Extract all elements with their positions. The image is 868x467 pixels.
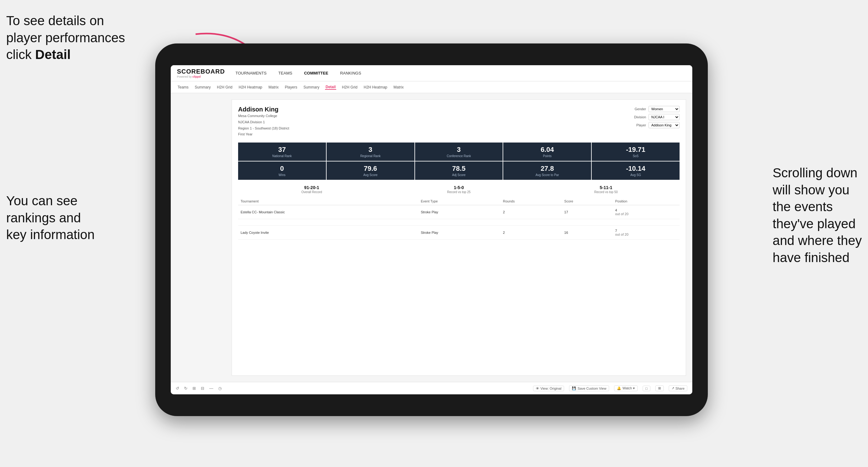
- stat-regional-rank: 3 Regional Rank: [327, 143, 414, 161]
- nav-bar: SCOREBOARD Powered by clippd TOURNAMENTS…: [171, 65, 692, 81]
- records-row: 91-20-1 Overall Record 1-5-0 Record vs t…: [238, 185, 680, 194]
- tab-teams[interactable]: Teams: [177, 85, 189, 89]
- player-header: Addison King Mesa Community College NJCA…: [238, 106, 680, 137]
- tablet-screen: SCOREBOARD Powered by clippd TOURNAMENTS…: [171, 65, 692, 394]
- left-sidebar: [177, 99, 227, 376]
- player-division: NJCAA Division 1: [238, 119, 289, 125]
- event-type: Stroke Play: [418, 205, 500, 219]
- nav-committee[interactable]: COMMITTEE: [303, 71, 330, 75]
- player-region: Region 1 - Southwest (18) District: [238, 125, 289, 132]
- record-top50: 5-11-1 Record vs top 50: [532, 185, 680, 194]
- record-overall: 91-20-1 Overall Record: [238, 185, 385, 194]
- nav-links: TOURNAMENTS TEAMS COMMITTEE RANKINGS: [234, 71, 362, 75]
- stat-wins: 0 Wins: [238, 161, 326, 180]
- tab-h2h-grid2[interactable]: H2H Grid: [341, 85, 358, 89]
- event-type: Stroke Play: [418, 226, 500, 240]
- player-school: Mesa Community College: [238, 113, 289, 119]
- nav-rankings[interactable]: RANKINGS: [339, 71, 362, 75]
- stat-adj-score: 78.5 Adj Score: [415, 161, 503, 180]
- rounds: 2: [500, 205, 562, 219]
- col-rounds: Rounds: [500, 197, 562, 205]
- gender-select[interactable]: Women: [649, 106, 680, 112]
- player-year: First Year: [238, 131, 289, 137]
- tab-summary[interactable]: Summary: [194, 85, 211, 89]
- center-content: Addison King Mesa Community College NJCA…: [231, 99, 686, 376]
- scoreboard-logo: SCOREBOARD Powered by clippd: [177, 68, 225, 78]
- tournament-name: Lady Coyote Invite: [238, 226, 418, 240]
- stat-avg-score-par: 27.8 Avg Score to Par: [503, 161, 591, 180]
- toolbar: ↺ ↻ ⊞ ⊟ — ◷ 👁 View: Original 💾 Save Cust…: [171, 382, 692, 394]
- watch-btn[interactable]: 🔔 Watch ▾: [614, 385, 638, 391]
- table-row: Lady Coyote Invite Stroke Play 2 16 7out…: [238, 226, 680, 240]
- player-filters: Gender Women Division NJCAA I: [634, 106, 680, 128]
- tab-matrix[interactable]: Matrix: [268, 85, 279, 89]
- stat-conference-rank: 3 Conference Rank: [415, 143, 503, 161]
- record-top25: 1-5-0 Record vs top 25: [385, 185, 532, 194]
- table-row: Estella CC- Mountain Classic Stroke Play…: [238, 205, 680, 219]
- position: 7out of 20: [613, 226, 680, 240]
- gender-label: Gender: [634, 107, 646, 111]
- col-tournament: Tournament: [238, 197, 418, 205]
- tab-h2h-heatmap[interactable]: H2H Heatmap: [238, 85, 263, 89]
- table-row-spacer: [238, 219, 680, 226]
- score: 17: [562, 205, 613, 219]
- stat-sos: -19.71 SoS: [592, 143, 680, 161]
- view-original-btn[interactable]: 👁 View: Original: [533, 386, 564, 391]
- stat-points: 6.04 Points: [503, 143, 591, 161]
- player-name: Addison King: [238, 106, 289, 113]
- player-filter-row: Player Addison King: [637, 122, 680, 128]
- player-select[interactable]: Addison King: [649, 122, 680, 128]
- main-content: Addison King Mesa Community College NJCA…: [171, 93, 692, 382]
- score: 16: [562, 226, 613, 240]
- position: 4out of 20: [613, 205, 680, 219]
- tab-h2h-grid[interactable]: H2H Grid: [216, 85, 233, 89]
- screen-btn[interactable]: □: [643, 386, 650, 391]
- player-info: Addison King Mesa Community College NJCA…: [238, 106, 289, 137]
- tab-matrix2[interactable]: Matrix: [393, 85, 404, 89]
- annotation-bottomleft: You can see rankings and key information: [6, 192, 95, 243]
- division-select[interactable]: NJCAA I: [649, 114, 680, 120]
- sub-nav: Teams Summary H2H Grid H2H Heatmap Matri…: [171, 81, 692, 93]
- gender-filter-row: Gender Women: [634, 106, 680, 112]
- nav-tournaments[interactable]: TOURNAMENTS: [234, 71, 268, 75]
- grid-btn[interactable]: ⊞: [655, 385, 664, 391]
- collapse-icon[interactable]: ⊟: [201, 386, 204, 391]
- annotation-right: Scrolling down will show you the events …: [773, 164, 862, 267]
- tournament-table: Tournament Event Type Rounds Score Posit…: [238, 197, 680, 240]
- clock-icon[interactable]: ◷: [218, 386, 222, 391]
- tablet-frame: SCOREBOARD Powered by clippd TOURNAMENTS…: [155, 43, 708, 416]
- tab-summary2[interactable]: Summary: [303, 85, 320, 89]
- player-filter-label: Player: [637, 123, 646, 127]
- stat-national-rank: 37 National Rank: [238, 143, 326, 161]
- division-label: Division: [634, 115, 646, 119]
- col-score: Score: [562, 197, 613, 205]
- undo-icon[interactable]: ↺: [176, 386, 179, 391]
- share-btn[interactable]: ↗ Share: [669, 385, 687, 391]
- expand-icon[interactable]: —: [209, 386, 213, 391]
- stat-avg-sg: -10.14 Avg SG: [592, 161, 680, 180]
- nav-teams[interactable]: TEAMS: [277, 71, 294, 75]
- save-custom-view-btn[interactable]: 💾 Save Custom View: [569, 385, 609, 391]
- stat-avg-score: 79.6 Avg Score: [327, 161, 414, 180]
- tab-h2h-heatmap2[interactable]: H2H Heatmap: [363, 85, 388, 89]
- rounds: 2: [500, 226, 562, 240]
- annotation-topleft: To see details on player performances cl…: [6, 12, 125, 63]
- grid-icon[interactable]: ⊞: [192, 386, 196, 391]
- stats-grid-row2: 0 Wins 79.6 Avg Score 78.5 Adj Score 27.…: [238, 161, 680, 180]
- redo-icon[interactable]: ↻: [184, 386, 187, 391]
- stats-grid-row1: 37 National Rank 3 Regional Rank 3 Confe…: [238, 143, 680, 161]
- tab-detail[interactable]: Detail: [325, 85, 337, 90]
- col-position: Position: [613, 197, 680, 205]
- tournament-name: Estella CC- Mountain Classic: [238, 205, 418, 219]
- tab-players[interactable]: Players: [284, 85, 298, 89]
- col-event-type: Event Type: [418, 197, 500, 205]
- division-filter-row: Division NJCAA I: [634, 114, 680, 120]
